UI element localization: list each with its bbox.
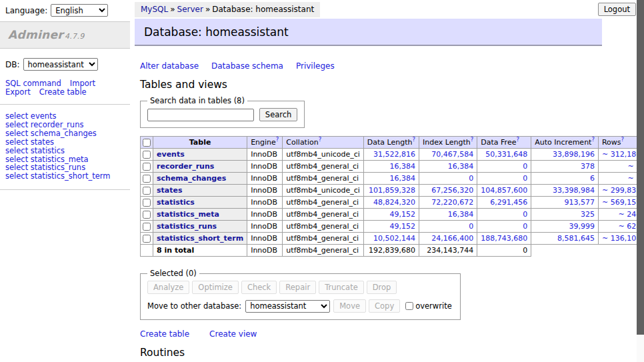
data-free-link[interactable]: 188,743,680 [481, 234, 527, 243]
logout-button[interactable]: Logout [598, 3, 636, 16]
engine-cell: InnoDB [247, 161, 283, 173]
overwrite-checkbox[interactable] [405, 302, 413, 310]
auto-increment-link[interactable]: 39,999 [569, 222, 595, 231]
bulk-action-button[interactable]: Drop [367, 281, 397, 294]
data-free-link[interactable]: 0 [523, 174, 527, 183]
rows-count-link[interactable]: ~ 312,180 [602, 150, 641, 159]
import-link[interactable]: Import [70, 79, 95, 88]
index-length-link[interactable]: 16,384 [448, 210, 474, 219]
row-checkbox[interactable] [143, 163, 151, 171]
index-length-link[interactable]: 0 [469, 174, 473, 183]
scrollbar-thumb[interactable] [637, 0, 644, 335]
bulk-action-button[interactable]: Analyze [147, 281, 189, 294]
table-name-cell: schema_changes [153, 173, 247, 185]
data-free-link[interactable]: 104,857,600 [481, 186, 527, 195]
language-select[interactable]: English [51, 4, 108, 17]
auto-increment-link[interactable]: 378 [581, 162, 595, 171]
data-length-link[interactable]: 16,384 [390, 174, 416, 183]
sql-command-link[interactable]: SQL command [5, 79, 61, 88]
row-checkbox[interactable] [143, 211, 151, 219]
index-length-link[interactable]: 24,166,400 [431, 234, 473, 243]
table-name-link[interactable]: recorder_runs [157, 162, 214, 171]
rows-count-link[interactable]: ~ 299,833 [602, 186, 641, 195]
rows-count-link[interactable]: ~ 569,159 [602, 198, 641, 207]
page-title: Database: homeassistant [135, 19, 602, 46]
row-checkbox[interactable] [143, 235, 151, 243]
row-checkbox[interactable] [143, 151, 151, 159]
data-free-link[interactable]: 6,291,456 [490, 198, 527, 207]
breadcrumb-mysql-link[interactable]: MySQL [141, 5, 168, 14]
db-action-link[interactable]: Database schema [211, 61, 283, 71]
auto-increment-link[interactable]: 913,577 [564, 198, 595, 207]
data-length-link[interactable]: 10,502,144 [373, 234, 415, 243]
sidebar-table-link[interactable]: select states [5, 138, 125, 147]
index-length-link[interactable]: 70,467,584 [431, 150, 473, 159]
sidebar-table-link[interactable]: select schema_changes [5, 129, 125, 138]
vertical-scrollbar[interactable] [637, 0, 644, 362]
create-view-link[interactable]: Create view [209, 329, 257, 339]
data-length-link[interactable]: 49,152 [390, 222, 416, 231]
row-checkbox[interactable] [143, 187, 151, 195]
auto-increment-link[interactable]: 33,898,196 [553, 150, 595, 159]
index-length-link[interactable]: 72,220,672 [431, 198, 473, 207]
bulk-action-button[interactable]: Repair [279, 281, 316, 294]
sidebar-table-link[interactable]: select events [5, 112, 125, 121]
auto-increment-link[interactable]: 8,581,645 [557, 234, 595, 243]
search-input[interactable] [147, 109, 254, 121]
table-name-link[interactable]: statistics [157, 198, 195, 207]
export-link[interactable]: Export [5, 87, 31, 97]
table-name-link[interactable]: states [157, 186, 183, 195]
move-button[interactable]: Move [333, 299, 366, 313]
help-link[interactable]: ? [621, 136, 625, 143]
data-free-link[interactable]: 50,331,648 [485, 150, 527, 159]
index-length-link[interactable]: 0 [469, 222, 473, 231]
data-free-link[interactable]: 0 [523, 222, 527, 231]
bulk-action-button[interactable]: Check [241, 281, 277, 294]
data-length-link[interactable]: 31,522,816 [373, 150, 415, 159]
table-name-link[interactable]: statistics_meta [157, 210, 219, 219]
db-select[interactable]: homeassistant [23, 58, 98, 71]
sidebar-table-link[interactable]: select statistics_short_term [5, 172, 125, 181]
index-length-cell: 72,220,672 [419, 197, 477, 209]
auto-increment-link[interactable]: 325 [581, 210, 595, 219]
breadcrumb-server-link[interactable]: Server [177, 5, 203, 14]
copy-button[interactable]: Copy [369, 299, 400, 313]
move-to-database-label: Move to other database: [147, 301, 241, 311]
table-name-link[interactable]: events [157, 150, 185, 159]
db-action-link[interactable]: Alter database [140, 61, 199, 71]
help-link[interactable]: ? [516, 136, 519, 143]
bulk-action-button[interactable]: Optimize [192, 281, 239, 294]
table-name-link[interactable]: schema_changes [157, 174, 226, 183]
auto-increment-link[interactable]: 33,398,984 [553, 186, 595, 195]
bulk-action-button[interactable]: Truncate [319, 281, 364, 294]
help-link[interactable]: ? [471, 136, 474, 143]
index-length-link[interactable]: 16,384 [448, 162, 474, 171]
create-table-link[interactable]: Create table [140, 329, 189, 339]
row-checkbox[interactable] [143, 223, 151, 231]
help-link[interactable]: ? [413, 136, 416, 143]
row-checkbox[interactable] [143, 175, 151, 183]
data-length-link[interactable]: 48,824,320 [373, 198, 415, 207]
index-length-link[interactable]: 67,256,320 [431, 186, 473, 195]
auto-increment-link[interactable]: 6 [590, 174, 595, 183]
sidebar-table-link[interactable]: select recorder_runs [5, 121, 125, 129]
table-name-link[interactable]: statistics_runs [157, 222, 217, 231]
table-name-link[interactable]: statistics_short_term [157, 234, 243, 243]
data-free-link[interactable]: 0 [523, 210, 527, 219]
data-length-link[interactable]: 49,152 [390, 210, 416, 219]
select-all-checkbox[interactable] [143, 139, 151, 147]
create-table-link-sidebar[interactable]: Create table [39, 87, 87, 97]
data-free-link[interactable]: 0 [523, 162, 527, 171]
help-link[interactable]: ? [276, 136, 279, 143]
row-checkbox[interactable] [143, 199, 151, 207]
help-link[interactable]: ? [319, 136, 322, 143]
help-link[interactable]: ? [591, 136, 595, 143]
data-length-link[interactable]: 101,859,328 [369, 186, 415, 195]
db-label: DB: [5, 60, 20, 69]
rows-count-link[interactable]: ~ 136,108 [602, 234, 641, 243]
search-button[interactable]: Search [259, 108, 298, 121]
move-database-select[interactable]: homeassistant [245, 300, 330, 313]
sidebar-table-link[interactable]: select statistics [5, 147, 125, 155]
data-length-link[interactable]: 16,384 [390, 162, 416, 171]
db-action-link[interactable]: Privileges [296, 61, 335, 71]
